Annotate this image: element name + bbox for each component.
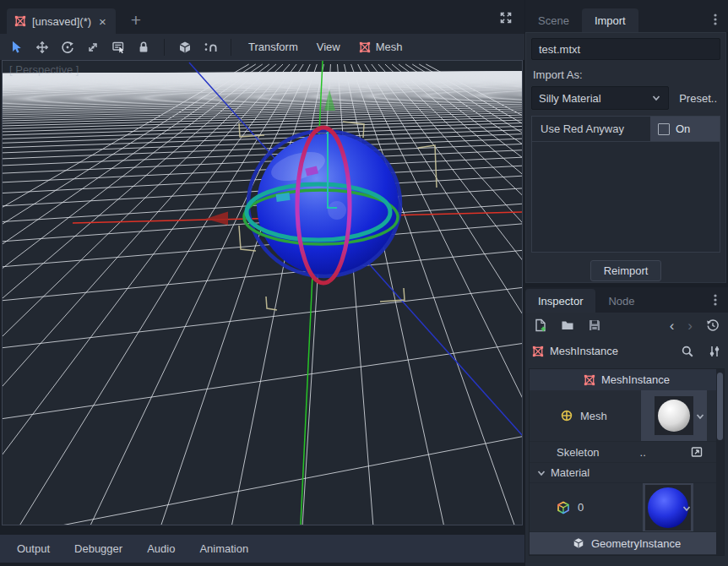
inspector-toolbar: ‹ › xyxy=(525,313,728,338)
skeleton-property-value[interactable]: .. xyxy=(640,446,646,459)
importer-dropdown[interactable]: Silly Material xyxy=(531,86,669,110)
history-forward-button[interactable]: › xyxy=(687,318,693,333)
material-property-value[interactable] xyxy=(643,483,693,531)
mesh-property-value[interactable] xyxy=(641,390,707,441)
mesh-preview[interactable] xyxy=(655,396,693,435)
save-resource-icon[interactable] xyxy=(588,318,601,332)
section-collapse-icon xyxy=(536,468,546,478)
class-header-geometryinstance[interactable]: GeometryInstance xyxy=(530,532,724,554)
transform-menu[interactable]: Transform xyxy=(245,41,302,53)
view-menu[interactable]: View xyxy=(313,41,344,53)
material-section-label: Material xyxy=(551,466,589,479)
tab-import[interactable]: Import xyxy=(582,8,638,32)
material-cube-icon xyxy=(557,501,570,514)
dock-menu-icon[interactable] xyxy=(709,13,722,26)
search-icon[interactable] xyxy=(681,345,694,358)
class-header-label: MeshInstance xyxy=(601,373,670,386)
scene-tabbar: [unsaved](*) × + xyxy=(0,0,524,34)
checkbox-icon[interactable] xyxy=(658,123,670,135)
skeleton-property-label: Skeleton xyxy=(557,446,600,459)
rotate-tool-icon[interactable] xyxy=(61,41,74,54)
new-resource-icon[interactable] xyxy=(534,318,547,332)
keying-target-icon xyxy=(560,409,573,422)
expand-viewport-icon[interactable] xyxy=(499,11,516,28)
mesh-menu-label: Mesh xyxy=(376,41,403,53)
spatial-toolbar: Transform View Mesh xyxy=(0,34,524,60)
assign-nodepath-icon[interactable] xyxy=(690,445,704,459)
scene-tab-label: [unsaved](*) xyxy=(32,15,91,28)
inspector-scrollbar[interactable] xyxy=(716,369,724,555)
preset-button[interactable]: Preset.. xyxy=(676,90,720,107)
add-scene-tab-button[interactable]: + xyxy=(127,9,145,31)
bottom-tab-animation[interactable]: Animation xyxy=(194,540,253,558)
load-resource-folder-icon[interactable] xyxy=(561,318,574,332)
list-select-tool-icon[interactable] xyxy=(111,41,125,54)
mesh-instance-icon xyxy=(584,374,595,386)
mesh-menu[interactable]: Mesh xyxy=(356,41,406,53)
import-dock-tabbar: Scene Import xyxy=(525,0,728,32)
object-tools-icon[interactable] xyxy=(708,345,721,358)
chevron-down-icon[interactable] xyxy=(695,411,705,422)
perspective-menu[interactable]: [ Perspective ] xyxy=(9,63,79,76)
sphere-thumbnail-white xyxy=(656,398,692,433)
import-filename: test.mtxt xyxy=(539,43,580,56)
tab-scene[interactable]: Scene xyxy=(525,8,582,32)
material-slot-index: 0 xyxy=(578,501,584,514)
godot-editor-window: [unsaved](*) × + xyxy=(0,0,728,566)
inspector-object-row: MeshInstance xyxy=(525,338,728,364)
toolbar-separator xyxy=(231,39,231,56)
mesh-property-label: Mesh xyxy=(580,410,607,422)
property-row-material-0: 0 xyxy=(530,483,724,532)
scrollbar-thumb[interactable] xyxy=(717,373,723,440)
history-icon[interactable] xyxy=(706,318,720,332)
property-row-mesh: Mesh xyxy=(530,390,724,442)
scale-tool-icon[interactable] xyxy=(86,41,100,54)
select-tool-icon[interactable] xyxy=(10,41,24,54)
lock-tool-icon[interactable] xyxy=(137,41,150,54)
gizmo-arrow-x[interactable] xyxy=(205,212,228,226)
reimport-button[interactable]: Reimport xyxy=(590,260,662,281)
param-name: Use Red Anyway xyxy=(541,122,624,135)
property-row-skeleton: Skeleton .. xyxy=(530,442,724,463)
inspector-panel: ‹ › MeshInstance xyxy=(525,313,728,566)
import-params: Use Red Anyway On xyxy=(531,116,720,253)
mesh-instance-icon xyxy=(14,15,26,27)
geometry-header-label: GeometryInstance xyxy=(591,537,681,550)
chevron-down-icon xyxy=(651,93,661,103)
mesh-instance-icon xyxy=(532,346,544,357)
import-filename-field[interactable]: test.mtxt xyxy=(531,38,720,60)
importer-value: Silly Material xyxy=(539,92,601,105)
section-header-material[interactable]: Material xyxy=(530,463,724,483)
local-space-icon[interactable] xyxy=(178,41,192,54)
tab-inspector[interactable]: Inspector xyxy=(525,289,595,313)
param-value: On xyxy=(676,122,690,135)
bottom-tab-debugger[interactable]: Debugger xyxy=(69,540,128,558)
dock-menu-icon[interactable] xyxy=(709,293,722,307)
chevron-down-icon[interactable] xyxy=(682,503,692,514)
bottom-panel: Output Debugger Audio Animation xyxy=(0,535,524,563)
ground-grid xyxy=(3,64,522,525)
scene-tab-unsaved[interactable]: [unsaved](*) × xyxy=(7,8,116,34)
tab-node[interactable]: Node xyxy=(595,289,647,313)
viewport-canvas xyxy=(3,61,522,525)
property-list: MeshInstance Mesh xyxy=(529,368,725,556)
import-as-label: Import As: xyxy=(533,68,719,81)
geometry-cube-icon xyxy=(573,537,584,549)
inspector-dock-tabbar: Inspector Node xyxy=(525,287,728,313)
inspected-object-name: MeshInstance xyxy=(550,345,618,357)
param-row-use-red-anyway: Use Red Anyway On xyxy=(532,117,720,142)
toolbar-separator xyxy=(164,39,165,56)
close-tab-icon[interactable]: × xyxy=(97,15,108,28)
bottom-tab-output[interactable]: Output xyxy=(12,540,55,558)
bottom-tab-audio[interactable]: Audio xyxy=(142,540,180,558)
mesh-instance-icon xyxy=(359,41,371,53)
viewport-3d[interactable]: [ Perspective ] xyxy=(2,60,523,525)
param-value-cell[interactable]: On xyxy=(650,117,720,141)
move-tool-icon[interactable] xyxy=(35,41,49,54)
snap-tool-icon[interactable] xyxy=(204,41,217,54)
class-header-meshinstance[interactable]: MeshInstance xyxy=(530,369,724,390)
history-back-button[interactable]: ‹ xyxy=(670,318,675,333)
import-panel: test.mtxt Import As: Silly Material Pres… xyxy=(525,32,726,283)
